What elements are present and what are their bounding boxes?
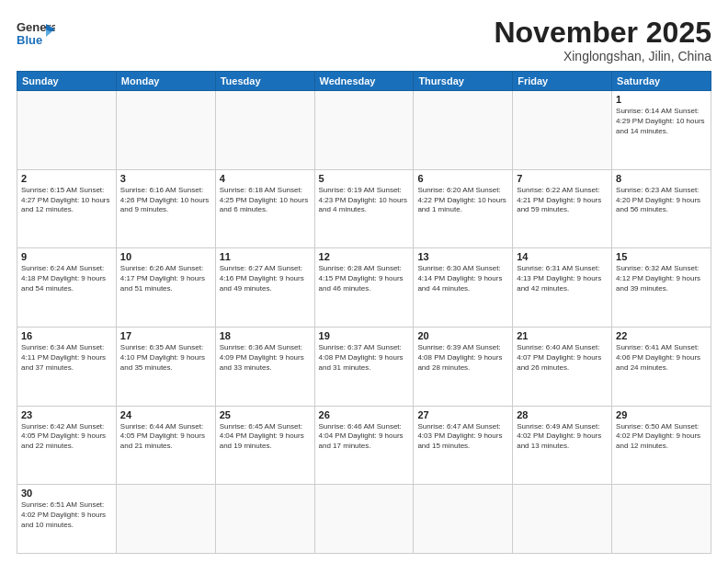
svg-text:Blue: Blue	[17, 33, 42, 47]
day-number: 3	[120, 173, 211, 184]
day-number: 20	[417, 330, 508, 341]
day-info: Sunrise: 6:27 AM Sunset: 4:16 PM Dayligh…	[220, 264, 311, 293]
logo: General Blue	[17, 17, 55, 50]
day-cell	[513, 485, 612, 554]
week-row-1: 1Sunrise: 6:14 AM Sunset: 4:29 PM Daylig…	[17, 91, 711, 170]
day-cell	[314, 91, 414, 170]
day-number: 1	[616, 94, 707, 105]
day-cell	[116, 485, 215, 554]
logo-icon: General Blue	[17, 17, 55, 50]
day-cell: 23Sunrise: 6:42 AM Sunset: 4:05 PM Dayli…	[17, 406, 117, 485]
day-info: Sunrise: 6:39 AM Sunset: 4:08 PM Dayligh…	[417, 343, 508, 373]
day-info: Sunrise: 6:46 AM Sunset: 4:04 PM Dayligh…	[319, 422, 410, 452]
calendar-title: November 2025	[494, 17, 711, 49]
day-cell: 16Sunrise: 6:34 AM Sunset: 4:11 PM Dayli…	[17, 327, 117, 407]
week-row-2: 2Sunrise: 6:15 AM Sunset: 4:27 PM Daylig…	[17, 169, 711, 248]
day-cell: 20Sunrise: 6:39 AM Sunset: 4:08 PM Dayli…	[414, 327, 513, 407]
day-info: Sunrise: 6:42 AM Sunset: 4:05 PM Dayligh…	[21, 422, 112, 452]
week-row-4: 16Sunrise: 6:34 AM Sunset: 4:11 PM Dayli…	[17, 327, 711, 407]
day-number: 14	[517, 251, 608, 262]
weekday-header-saturday: Saturday	[612, 72, 711, 91]
day-cell: 1Sunrise: 6:14 AM Sunset: 4:29 PM Daylig…	[612, 91, 711, 170]
day-number: 5	[319, 173, 410, 184]
day-number: 10	[120, 251, 211, 262]
day-info: Sunrise: 6:31 AM Sunset: 4:13 PM Dayligh…	[517, 264, 608, 293]
day-info: Sunrise: 6:32 AM Sunset: 4:12 PM Dayligh…	[616, 264, 707, 293]
calendar-table: SundayMondayTuesdayWednesdayThursdayFrid…	[17, 71, 711, 554]
day-info: Sunrise: 6:18 AM Sunset: 4:25 PM Dayligh…	[220, 186, 311, 215]
day-number: 22	[616, 330, 707, 341]
week-row-3: 9Sunrise: 6:24 AM Sunset: 4:18 PM Daylig…	[17, 248, 711, 327]
day-cell: 14Sunrise: 6:31 AM Sunset: 4:13 PM Dayli…	[513, 248, 612, 327]
day-cell	[513, 91, 612, 170]
day-info: Sunrise: 6:28 AM Sunset: 4:15 PM Dayligh…	[319, 264, 410, 293]
day-number: 27	[417, 409, 508, 420]
day-info: Sunrise: 6:37 AM Sunset: 4:08 PM Dayligh…	[319, 343, 410, 373]
day-number: 7	[517, 173, 608, 184]
day-info: Sunrise: 6:50 AM Sunset: 4:02 PM Dayligh…	[616, 422, 707, 452]
day-info: Sunrise: 6:24 AM Sunset: 4:18 PM Dayligh…	[21, 264, 112, 293]
day-cell	[17, 91, 117, 170]
day-info: Sunrise: 6:44 AM Sunset: 4:05 PM Dayligh…	[120, 422, 211, 452]
day-info: Sunrise: 6:47 AM Sunset: 4:03 PM Dayligh…	[417, 422, 508, 452]
day-cell: 25Sunrise: 6:45 AM Sunset: 4:04 PM Dayli…	[215, 406, 314, 485]
day-number: 23	[21, 409, 112, 420]
day-cell: 27Sunrise: 6:47 AM Sunset: 4:03 PM Dayli…	[414, 406, 513, 485]
day-cell	[314, 485, 414, 554]
day-cell	[612, 485, 711, 554]
day-cell: 18Sunrise: 6:36 AM Sunset: 4:09 PM Dayli…	[215, 327, 314, 407]
title-block: November 2025 Xinglongshan, Jilin, China	[494, 17, 711, 63]
day-cell: 22Sunrise: 6:41 AM Sunset: 4:06 PM Dayli…	[612, 327, 711, 407]
day-info: Sunrise: 6:51 AM Sunset: 4:02 PM Dayligh…	[21, 500, 112, 530]
day-info: Sunrise: 6:19 AM Sunset: 4:23 PM Dayligh…	[319, 186, 410, 215]
day-info: Sunrise: 6:41 AM Sunset: 4:06 PM Dayligh…	[616, 343, 707, 373]
day-number: 28	[517, 409, 608, 420]
day-cell: 21Sunrise: 6:40 AM Sunset: 4:07 PM Dayli…	[513, 327, 612, 407]
day-cell	[414, 485, 513, 554]
page: General Blue November 2025 Xinglongshan,…	[0, 0, 728, 563]
day-cell: 7Sunrise: 6:22 AM Sunset: 4:21 PM Daylig…	[513, 169, 612, 248]
day-number: 16	[21, 330, 112, 341]
day-number: 15	[616, 251, 707, 262]
day-cell: 8Sunrise: 6:23 AM Sunset: 4:20 PM Daylig…	[612, 169, 711, 248]
day-cell: 2Sunrise: 6:15 AM Sunset: 4:27 PM Daylig…	[17, 169, 117, 248]
day-info: Sunrise: 6:36 AM Sunset: 4:09 PM Dayligh…	[220, 343, 311, 373]
day-info: Sunrise: 6:30 AM Sunset: 4:14 PM Dayligh…	[417, 264, 508, 293]
day-number: 17	[120, 330, 211, 341]
day-number: 4	[220, 173, 311, 184]
day-cell: 4Sunrise: 6:18 AM Sunset: 4:25 PM Daylig…	[215, 169, 314, 248]
day-number: 30	[21, 488, 112, 499]
day-info: Sunrise: 6:34 AM Sunset: 4:11 PM Dayligh…	[21, 343, 112, 373]
weekday-header-monday: Monday	[116, 72, 215, 91]
day-cell: 28Sunrise: 6:49 AM Sunset: 4:02 PM Dayli…	[513, 406, 612, 485]
day-info: Sunrise: 6:23 AM Sunset: 4:20 PM Dayligh…	[616, 186, 707, 215]
day-cell: 11Sunrise: 6:27 AM Sunset: 4:16 PM Dayli…	[215, 248, 314, 327]
day-cell	[215, 485, 314, 554]
week-row-6: 30Sunrise: 6:51 AM Sunset: 4:02 PM Dayli…	[17, 485, 711, 554]
day-info: Sunrise: 6:15 AM Sunset: 4:27 PM Dayligh…	[21, 186, 112, 215]
day-number: 29	[616, 409, 707, 420]
day-number: 9	[21, 251, 112, 262]
day-cell: 6Sunrise: 6:20 AM Sunset: 4:22 PM Daylig…	[414, 169, 513, 248]
day-number: 12	[319, 251, 410, 262]
day-cell: 30Sunrise: 6:51 AM Sunset: 4:02 PM Dayli…	[17, 485, 117, 554]
day-cell	[414, 91, 513, 170]
calendar-subtitle: Xinglongshan, Jilin, China	[494, 49, 711, 63]
day-number: 25	[220, 409, 311, 420]
day-cell	[215, 91, 314, 170]
day-cell: 3Sunrise: 6:16 AM Sunset: 4:26 PM Daylig…	[116, 169, 215, 248]
day-number: 11	[220, 251, 311, 262]
day-cell: 10Sunrise: 6:26 AM Sunset: 4:17 PM Dayli…	[116, 248, 215, 327]
weekday-header-wednesday: Wednesday	[314, 72, 414, 91]
weekday-header-friday: Friday	[513, 72, 612, 91]
day-cell: 29Sunrise: 6:50 AM Sunset: 4:02 PM Dayli…	[612, 406, 711, 485]
day-info: Sunrise: 6:35 AM Sunset: 4:10 PM Dayligh…	[120, 343, 211, 373]
weekday-header-sunday: Sunday	[17, 72, 117, 91]
day-cell: 5Sunrise: 6:19 AM Sunset: 4:23 PM Daylig…	[314, 169, 414, 248]
weekday-header-thursday: Thursday	[414, 72, 513, 91]
weekday-header-row: SundayMondayTuesdayWednesdayThursdayFrid…	[17, 72, 711, 91]
day-cell: 26Sunrise: 6:46 AM Sunset: 4:04 PM Dayli…	[314, 406, 414, 485]
day-info: Sunrise: 6:16 AM Sunset: 4:26 PM Dayligh…	[120, 186, 211, 215]
day-number: 24	[120, 409, 211, 420]
weekday-header-tuesday: Tuesday	[215, 72, 314, 91]
